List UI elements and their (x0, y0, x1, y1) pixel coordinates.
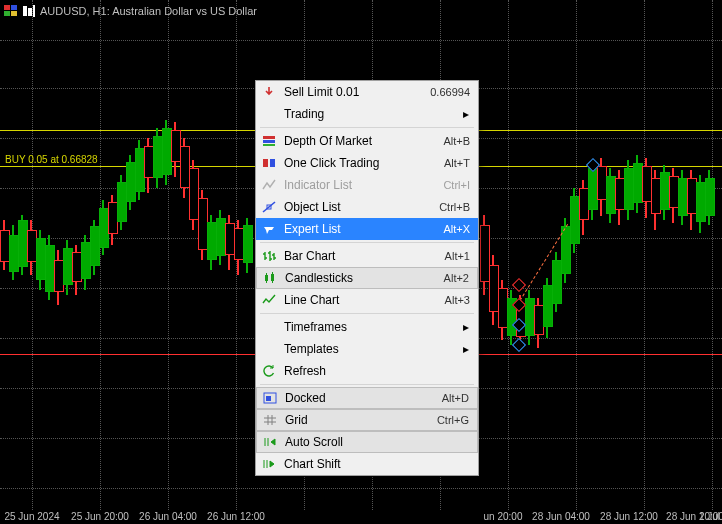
x-label: 28 Jun 04:00 (532, 511, 590, 522)
menu-timeframes[interactable]: Timeframes ▸ (256, 316, 478, 338)
chevron-right-icon: ▸ (462, 320, 470, 334)
candlestick-icon (261, 269, 279, 287)
svg-rect-5 (28, 8, 32, 16)
menu-shortcut: Alt+D (442, 392, 469, 404)
line-chart-icon (260, 291, 278, 309)
menu-label: Line Chart (284, 293, 445, 307)
menu-label: Object List (284, 200, 439, 214)
menu-shortcut: Ctrl+B (439, 201, 470, 213)
menu-separator (260, 384, 474, 385)
window-icon1 (4, 4, 18, 18)
menu-separator (260, 242, 474, 243)
menu-one-click-trading[interactable]: One Click Trading Alt+T (256, 152, 478, 174)
menu-trading[interactable]: Trading ▸ (256, 103, 478, 125)
menu-shortcut: Alt+T (444, 157, 470, 169)
x-label: 26 Jun 12:00 (207, 511, 265, 522)
menu-label: Trading (284, 107, 462, 121)
menu-separator (260, 313, 474, 314)
chart-shift-icon (260, 455, 278, 473)
menu-candlesticks[interactable]: Candlesticks Alt+2 (256, 267, 478, 289)
auto-scroll-icon (261, 433, 279, 451)
menu-label: Docked (285, 391, 442, 405)
menu-label: Candlesticks (285, 271, 444, 285)
indicator-icon (260, 176, 278, 194)
menu-label: Grid (285, 413, 437, 427)
docked-icon (261, 389, 279, 407)
menu-shortcut: Ctrl+I (443, 179, 470, 191)
menu-shortcut: Alt+2 (444, 272, 469, 284)
menu-bar-chart[interactable]: Bar Chart Alt+1 (256, 245, 478, 267)
svg-rect-0 (4, 5, 10, 10)
menu-shortcut: Ctrl+G (437, 414, 469, 426)
x-label: un 20:00 (484, 511, 523, 522)
menu-shortcut: Alt+X (443, 223, 470, 235)
chart-title-text: AUDUSD, H1: Australian Dollar vs US Doll… (40, 5, 257, 17)
menu-separator (260, 127, 474, 128)
svg-rect-9 (263, 144, 275, 146)
svg-rect-10 (263, 159, 268, 167)
svg-rect-13 (265, 275, 268, 281)
expert-icon (260, 220, 278, 238)
refresh-icon (260, 362, 278, 380)
chart-area[interactable]: AUDUSD, H1: Australian Dollar vs US Doll… (0, 0, 722, 524)
menu-label: Auto Scroll (285, 435, 469, 449)
grid-icon (261, 411, 279, 429)
menu-indicator-list: Indicator List Ctrl+I (256, 174, 478, 196)
menu-templates[interactable]: Templates ▸ (256, 338, 478, 360)
chart-title: AUDUSD, H1: Australian Dollar vs US Doll… (4, 4, 257, 18)
svg-rect-16 (266, 396, 271, 401)
menu-label: One Click Trading (284, 156, 444, 170)
chevron-right-icon: ▸ (462, 107, 470, 121)
menu-auto-scroll[interactable]: Auto Scroll (256, 431, 478, 453)
menu-shortcut: Alt+B (443, 135, 470, 147)
menu-label: Sell Limit 0.01 (284, 85, 430, 99)
menu-object-list[interactable]: Object List Ctrl+B (256, 196, 478, 218)
menu-line-chart[interactable]: Line Chart Alt+3 (256, 289, 478, 311)
menu-grid[interactable]: Grid Ctrl+G (256, 409, 478, 431)
bar-chart-icon (260, 247, 278, 265)
menu-chart-shift[interactable]: Chart Shift (256, 453, 478, 475)
market-depth-icon (260, 132, 278, 150)
x-label: 1 Jul (699, 511, 720, 522)
svg-rect-3 (11, 11, 17, 16)
svg-rect-6 (33, 5, 35, 17)
svg-rect-11 (270, 159, 275, 167)
svg-rect-1 (11, 5, 17, 10)
menu-sell-limit[interactable]: Sell Limit 0.01 0.66994 (256, 81, 478, 103)
menu-label: Refresh (284, 364, 470, 378)
blank-icon (260, 340, 278, 358)
menu-refresh[interactable]: Refresh (256, 360, 478, 382)
svg-rect-7 (263, 136, 275, 139)
menu-shortcut: Alt+1 (445, 250, 470, 262)
one-click-icon (260, 154, 278, 172)
menu-label: Bar Chart (284, 249, 445, 263)
menu-price: 0.66994 (430, 86, 470, 98)
object-list-icon (260, 198, 278, 216)
svg-rect-2 (4, 11, 10, 16)
menu-depth-of-market[interactable]: Depth Of Market Alt+B (256, 130, 478, 152)
svg-rect-4 (23, 6, 27, 16)
x-label: 26 Jun 04:00 (139, 511, 197, 522)
svg-rect-8 (263, 140, 275, 143)
x-label: 25 Jun 20:00 (71, 511, 129, 522)
menu-docked[interactable]: Docked Alt+D (256, 387, 478, 409)
arrow-down-icon (260, 83, 278, 101)
menu-label: Expert List (284, 222, 443, 236)
menu-label: Depth Of Market (284, 134, 443, 148)
context-menu: Sell Limit 0.01 0.66994 Trading ▸ Depth … (255, 80, 479, 476)
chevron-right-icon: ▸ (462, 342, 470, 356)
blank-icon (260, 318, 278, 336)
menu-label: Indicator List (284, 178, 443, 192)
window-icon2 (22, 4, 36, 18)
x-label: 28 Jun 12:00 (600, 511, 658, 522)
menu-label: Timeframes (284, 320, 462, 334)
menu-shortcut: Alt+3 (445, 294, 470, 306)
x-label: 25 Jun 2024 (4, 511, 59, 522)
svg-rect-14 (271, 274, 274, 281)
menu-expert-list[interactable]: Expert List Alt+X (256, 218, 478, 240)
menu-label: Chart Shift (284, 457, 470, 471)
blank-icon (260, 105, 278, 123)
menu-label: Templates (284, 342, 462, 356)
